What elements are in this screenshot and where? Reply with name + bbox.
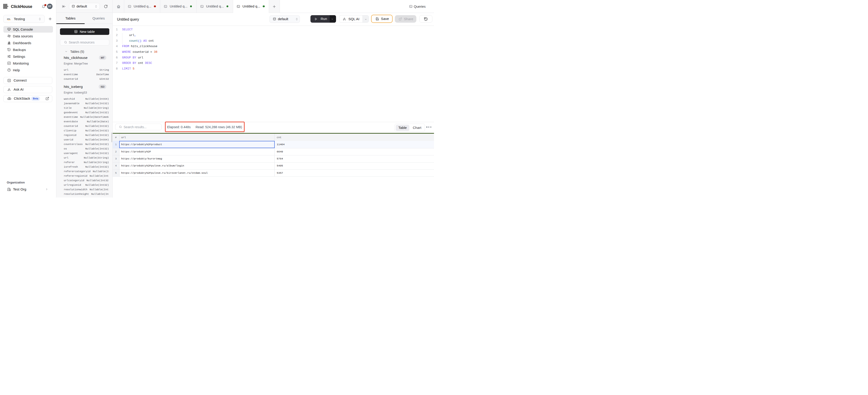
svg-text:aws: aws: [7, 18, 10, 20]
